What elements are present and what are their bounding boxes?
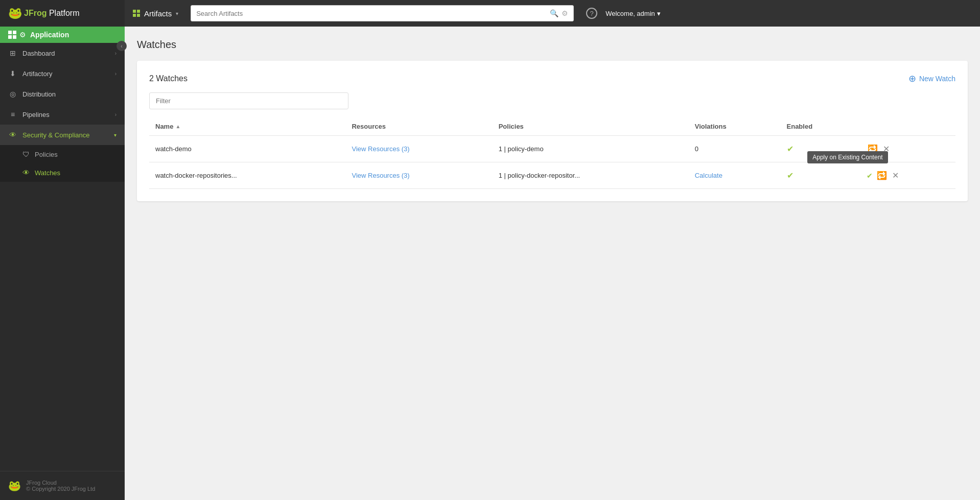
- enabled-check-icon: ✔: [787, 145, 794, 153]
- top-navigation: 🐸 JFrog Platform Artifacts ▾ 🔍 ⚙ ? Welco…: [0, 0, 980, 27]
- watches-label: Watches: [35, 169, 60, 177]
- col-resources: Resources: [345, 117, 492, 136]
- row2-view-resources-link[interactable]: View Resources (3): [352, 172, 409, 179]
- platform-label: JFrog Platform: [24, 9, 79, 18]
- grid-icon: [133, 10, 140, 17]
- apply-on-existing-tooltip: Apply on Existing Content: [807, 151, 888, 163]
- footer-brand: JFrog Cloud: [26, 480, 95, 486]
- content-area: Watches 2 Watches ⊕ New Watch Nam: [125, 27, 980, 500]
- new-watch-button[interactable]: ⊕ New Watch: [908, 73, 955, 84]
- row1-resources[interactable]: View Resources (3): [345, 136, 492, 162]
- row2-action-buttons: ✔ 🔁 Apply on Existing Content ✕: [867, 170, 949, 181]
- user-menu[interactable]: Welcome, admin ▾: [605, 10, 661, 17]
- policies-icon: 🛡: [22, 150, 30, 158]
- artifactory-icon: ⬇: [8, 69, 17, 78]
- col-name[interactable]: Name ▲: [149, 117, 345, 136]
- col-policies: Policies: [493, 117, 689, 136]
- row2-enabled: ✔: [781, 162, 860, 189]
- table-header: Name ▲ Resources Policies Violations Ena…: [149, 117, 955, 136]
- col-actions: [860, 117, 955, 136]
- app-section: ⚙ Application: [0, 27, 125, 43]
- search-icons: 🔍 ⚙: [550, 9, 568, 17]
- row2-apply-wrapper: 🔁 Apply on Existing Content: [876, 170, 888, 181]
- plus-icon: ⊕: [908, 73, 916, 84]
- main-layout: ‹ ⚙ Application ⊞ Dashboard › ⬇ Artifact…: [0, 27, 980, 500]
- filter-input[interactable]: [149, 92, 348, 109]
- page-title: Watches: [137, 39, 968, 51]
- user-label: Welcome, admin: [605, 10, 655, 17]
- sort-icon: ▲: [175, 124, 180, 129]
- dashboard-icon: ⊞: [8, 49, 17, 57]
- user-chevron: ▾: [657, 10, 661, 17]
- row2-calculate-link[interactable]: Calculate: [695, 172, 722, 179]
- sidebar-collapse-button[interactable]: ‹: [116, 41, 125, 51]
- artifactory-label: Artifactory: [22, 70, 53, 78]
- col-enabled: Enabled: [781, 117, 860, 136]
- search-bar[interactable]: 🔍 ⚙: [191, 5, 574, 21]
- new-watch-label: New Watch: [919, 75, 955, 83]
- security-icon: 👁: [8, 131, 17, 139]
- security-sub-menu: 🛡 Policies 👁 Watches: [0, 145, 125, 182]
- sidebar-footer: 🐸 JFrog Cloud © Copyright 2020 JFrog Ltd: [0, 471, 125, 500]
- filter-icon[interactable]: ⚙: [562, 9, 568, 17]
- table-body: watch-demo View Resources (3) 1 | policy…: [149, 136, 955, 189]
- dashboard-chevron: ›: [115, 51, 116, 56]
- row1-violations: 0: [689, 136, 781, 162]
- pipelines-label: Pipelines: [22, 111, 50, 118]
- row2-apply-button[interactable]: 🔁: [876, 170, 888, 181]
- pipelines-chevron: ›: [115, 112, 116, 117]
- security-label: Security & Compliance: [22, 131, 90, 139]
- footer-copyright: © Copyright 2020 JFrog Ltd: [26, 486, 95, 492]
- sidebar-item-dashboard[interactable]: ⊞ Dashboard ›: [0, 43, 125, 63]
- watches-header: 2 Watches ⊕ New Watch: [149, 73, 955, 84]
- artifacts-label: Artifacts: [144, 9, 172, 18]
- sidebar-sub-item-policies[interactable]: 🛡 Policies: [0, 145, 125, 163]
- row2-name: watch-docker-repositories...: [149, 162, 345, 189]
- gear-icon: ⚙: [19, 31, 26, 39]
- app-section-icons: ⚙: [8, 31, 26, 39]
- app-grid-icon: [8, 31, 16, 39]
- distribution-label: Distribution: [22, 90, 56, 98]
- row2-resources[interactable]: View Resources (3): [345, 162, 492, 189]
- row1-name: watch-demo: [149, 136, 345, 162]
- row2-delete-button[interactable]: ✕: [891, 170, 900, 181]
- row2-policies: 1 | policy-docker-repositor...: [493, 162, 689, 189]
- table-row: watch-docker-repositories... View Resour…: [149, 162, 955, 189]
- row2-violations: Calculate: [689, 162, 781, 189]
- footer-frog-icon: 🐸: [8, 480, 21, 492]
- row2-actions: ✔ 🔁 Apply on Existing Content ✕: [860, 162, 955, 189]
- artifactory-chevron: ›: [115, 71, 116, 77]
- security-chevron: ▾: [114, 132, 116, 138]
- footer-text-block: JFrog Cloud © Copyright 2020 JFrog Ltd: [26, 480, 95, 492]
- row1-view-resources-link[interactable]: View Resources (3): [352, 145, 409, 153]
- jfrog-logo: 🐸: [8, 7, 22, 20]
- sidebar-item-distribution[interactable]: ◎ Distribution: [0, 84, 125, 104]
- search-input[interactable]: [196, 10, 550, 17]
- watches-table: Name ▲ Resources Policies Violations Ena…: [149, 117, 955, 189]
- row2-check-icon: ✔: [867, 172, 873, 180]
- sidebar-item-artifactory[interactable]: ⬇ Artifactory ›: [0, 63, 125, 84]
- app-section-label: Application: [30, 31, 69, 39]
- row2-enabled-icon: ✔: [787, 171, 794, 180]
- watches-icon: 👁: [22, 169, 30, 177]
- col-violations: Violations: [689, 117, 781, 136]
- logo-area: 🐸 JFrog Platform: [0, 0, 125, 27]
- artifacts-nav-item[interactable]: Artifacts ▾: [125, 0, 186, 27]
- nav-right: ? Welcome, admin ▾: [578, 8, 669, 19]
- artifacts-chevron: ▾: [176, 11, 178, 16]
- sidebar-sub-item-watches[interactable]: 👁 Watches: [0, 163, 125, 182]
- sidebar-item-security[interactable]: 👁 Security & Compliance ▾: [0, 125, 125, 145]
- row1-policies: 1 | policy-demo: [493, 136, 689, 162]
- sidebar-item-pipelines[interactable]: ≡ Pipelines ›: [0, 104, 125, 125]
- dashboard-label: Dashboard: [22, 50, 55, 57]
- watches-card: 2 Watches ⊕ New Watch Name ▲: [137, 61, 968, 201]
- distribution-icon: ◎: [8, 90, 17, 98]
- watches-count: 2 Watches: [149, 74, 188, 83]
- help-button[interactable]: ?: [586, 8, 597, 19]
- policies-label: Policies: [35, 151, 58, 158]
- sidebar: ‹ ⚙ Application ⊞ Dashboard › ⬇ Artifact…: [0, 27, 125, 500]
- pipelines-icon: ≡: [8, 110, 17, 118]
- search-icon[interactable]: 🔍: [550, 9, 558, 17]
